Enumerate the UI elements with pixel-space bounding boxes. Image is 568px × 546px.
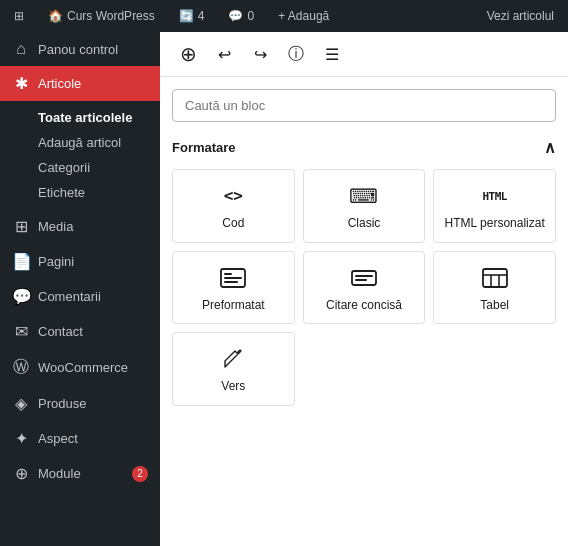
media-icon: ⊞ [12, 217, 30, 236]
sidebar-sub-toate-articolele[interactable]: Toate articolele [0, 105, 160, 130]
media-label: Media [38, 219, 73, 234]
sidebar-item-woocommerce[interactable]: Ⓦ WooCommerce [0, 349, 160, 386]
svg-rect-7 [483, 269, 507, 287]
home-icon: 🏠 [48, 9, 63, 23]
preformatat-icon [219, 264, 247, 292]
sidebar-sub-etichete[interactable]: Etichete [0, 180, 160, 205]
svg-rect-1 [224, 273, 232, 275]
menu-button[interactable]: ☰ [316, 38, 348, 70]
vers-label: Vers [221, 379, 245, 395]
woo-label: WooCommerce [38, 360, 128, 375]
cod-label: Cod [222, 216, 244, 232]
wp-logo-item[interactable]: ⊞ [8, 0, 30, 32]
svg-rect-4 [352, 271, 376, 285]
sidebar-item-module[interactable]: ⊕ Module 2 [0, 456, 160, 491]
updates-item[interactable]: 🔄 4 [173, 0, 211, 32]
block-panel: Formatare ∧ <> Cod ⌨ Clasic HTML HTML pe… [160, 77, 568, 546]
formatare-label: Formatare [172, 140, 236, 155]
module-badge: 2 [132, 466, 148, 482]
undo-button[interactable]: ↩ [208, 38, 240, 70]
site-name-item[interactable]: 🏠 Curs WordPress [42, 0, 161, 32]
sidebar-item-produse[interactable]: ◈ Produse [0, 386, 160, 421]
pagini-icon: 📄 [12, 252, 30, 271]
add-label: + Adaugă [278, 9, 329, 23]
info-button[interactable]: ⓘ [280, 38, 312, 70]
pagini-label: Pagini [38, 254, 74, 269]
add-new-item[interactable]: + Adaugă [272, 0, 335, 32]
view-article-label: Vezi articolul [487, 9, 554, 23]
undo-icon: ↩ [218, 45, 231, 64]
block-item-cod[interactable]: <> Cod [172, 169, 295, 243]
clasic-label: Clasic [348, 216, 381, 232]
svg-rect-6 [355, 279, 367, 281]
sidebar: ⌂ Panou control ✱ Articole Toate articol… [0, 32, 160, 546]
woo-icon: Ⓦ [12, 357, 30, 378]
content-area: ⊕ ↩ ↪ ⓘ ☰ Formatare ∧ [160, 32, 568, 546]
redo-icon: ↪ [254, 45, 267, 64]
tabel-label: Tabel [480, 298, 509, 314]
add-block-icon: ⊕ [180, 42, 197, 66]
comments-count: 0 [247, 9, 254, 23]
comments-item[interactable]: 💬 0 [222, 0, 260, 32]
preformatat-label: Preformatat [202, 298, 265, 314]
comentarii-label: Comentarii [38, 289, 101, 304]
panou-control-icon: ⌂ [12, 40, 30, 58]
block-item-html[interactable]: HTML HTML personalizat [433, 169, 556, 243]
sidebar-item-pagini[interactable]: 📄 Pagini [0, 244, 160, 279]
sidebar-item-panou-control[interactable]: ⌂ Panou control [0, 32, 160, 66]
sidebar-item-articole[interactable]: ✱ Articole [0, 66, 160, 101]
sidebar-item-contact[interactable]: ✉ Contact [0, 314, 160, 349]
block-item-clasic[interactable]: ⌨ Clasic [303, 169, 426, 243]
redo-button[interactable]: ↪ [244, 38, 276, 70]
site-name: Curs WordPress [67, 9, 155, 23]
module-label: Module [38, 466, 81, 481]
cod-icon: <> [224, 182, 243, 210]
updates-count: 4 [198, 9, 205, 23]
main-layout: ⌂ Panou control ✱ Articole Toate articol… [0, 32, 568, 546]
svg-rect-3 [224, 281, 238, 283]
citare-icon [350, 264, 378, 292]
view-article-item[interactable]: Vezi articolul [481, 0, 560, 32]
info-icon: ⓘ [288, 44, 304, 65]
block-item-vers[interactable]: Vers [172, 332, 295, 406]
produse-icon: ◈ [12, 394, 30, 413]
svg-rect-2 [224, 277, 242, 279]
search-input[interactable] [172, 89, 556, 122]
tabel-icon [481, 264, 509, 292]
contact-icon: ✉ [12, 322, 30, 341]
block-toolbar: ⊕ ↩ ↪ ⓘ ☰ [160, 32, 568, 77]
sidebar-sub-adauga-articol[interactable]: Adaugă articol [0, 130, 160, 155]
block-item-preformatat[interactable]: Preformatat [172, 251, 295, 325]
aspect-label: Aspect [38, 431, 78, 446]
svg-rect-5 [355, 275, 373, 277]
articole-icon: ✱ [12, 74, 30, 93]
html-icon: HTML [482, 182, 507, 210]
comentarii-icon: 💬 [12, 287, 30, 306]
block-item-citare[interactable]: Citare concisă [303, 251, 426, 325]
clasic-icon: ⌨ [349, 182, 378, 210]
aspect-icon: ✦ [12, 429, 30, 448]
html-label: HTML personalizat [445, 216, 545, 232]
citare-label: Citare concisă [326, 298, 402, 314]
sidebar-item-comentarii[interactable]: 💬 Comentarii [0, 279, 160, 314]
produse-label: Produse [38, 396, 86, 411]
formatare-section-header: Formatare ∧ [172, 138, 556, 157]
wp-icon: ⊞ [14, 9, 24, 23]
panou-control-label: Panou control [38, 42, 118, 57]
sidebar-item-aspect[interactable]: ✦ Aspect [0, 421, 160, 456]
comments-icon: 💬 [228, 9, 243, 23]
section-collapse-icon[interactable]: ∧ [544, 138, 556, 157]
block-item-tabel[interactable]: Tabel [433, 251, 556, 325]
articole-label: Articole [38, 76, 81, 91]
contact-label: Contact [38, 324, 83, 339]
updates-icon: 🔄 [179, 9, 194, 23]
module-icon: ⊕ [12, 464, 30, 483]
articole-submenu: Toate articolele Adaugă articol Categori… [0, 101, 160, 209]
admin-bar: ⊞ 🏠 Curs WordPress 🔄 4 💬 0 + Adaugă Vezi… [0, 0, 568, 32]
block-grid: <> Cod ⌨ Clasic HTML HTML personalizat [172, 169, 556, 406]
sidebar-sub-categorii[interactable]: Categorii [0, 155, 160, 180]
sidebar-item-media[interactable]: ⊞ Media [0, 209, 160, 244]
add-block-button[interactable]: ⊕ [172, 38, 204, 70]
menu-icon: ☰ [325, 45, 339, 64]
vers-icon [221, 345, 245, 373]
